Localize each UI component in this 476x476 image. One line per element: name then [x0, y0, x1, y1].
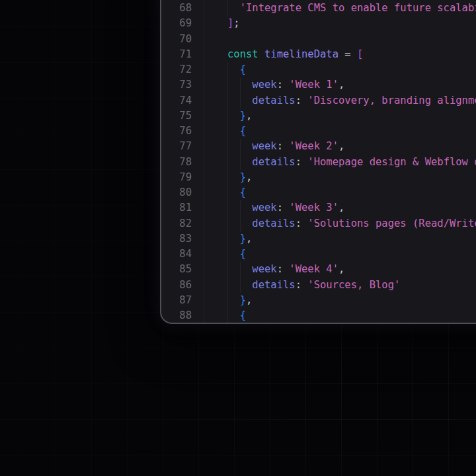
- line-number[interactable]: 84: [161, 247, 192, 262]
- code-line[interactable]: 68 'Integrate CMS to enable future scala…: [161, 1, 476, 16]
- code-line[interactable]: 85 week: 'Week 4',: [161, 262, 476, 277]
- line-number[interactable]: 74: [161, 93, 192, 108]
- line-number[interactable]: 68: [161, 1, 192, 16]
- code-line-text: [192, 32, 476, 47]
- code-token: 'Homepage design & Webflow d: [307, 156, 476, 168]
- code-line[interactable]: 71const timelineData = [: [161, 47, 476, 62]
- line-number[interactable]: 88: [161, 308, 192, 323]
- code-token: {: [240, 125, 246, 137]
- code-token: :: [296, 156, 308, 168]
- code-token: 'Integrate CMS to enable future scalabi: [240, 2, 476, 14]
- code-line[interactable]: 74 details: 'Discovery, branding alignme: [161, 93, 476, 108]
- code-line-text: {: [192, 124, 476, 139]
- indent-guide: [227, 124, 228, 139]
- line-number[interactable]: 82: [161, 216, 192, 231]
- code-line-text: {: [192, 308, 476, 323]
- code-token: [258, 48, 264, 60]
- code-token: :: [296, 279, 308, 291]
- code-line[interactable]: 69];: [161, 16, 476, 31]
- line-number[interactable]: 86: [161, 278, 192, 293]
- code-token: :: [277, 79, 290, 91]
- code-line[interactable]: 79 },: [161, 170, 476, 185]
- line-number[interactable]: 87: [161, 293, 192, 308]
- code-token: ,: [338, 140, 344, 152]
- indent-guide: [227, 155, 228, 170]
- code-token: }: [240, 233, 246, 245]
- code-line-text: week: 'Week 3',: [192, 200, 476, 216]
- code-token: {: [240, 63, 246, 75]
- code-line[interactable]: 82 details: 'Solutions pages (Read/Write: [161, 216, 476, 231]
- code-token: 'Week 4': [289, 263, 338, 275]
- indent-guide: [240, 216, 241, 231]
- line-number[interactable]: 70: [161, 32, 192, 47]
- line-number[interactable]: 78: [161, 155, 192, 170]
- line-number[interactable]: 77: [161, 139, 192, 154]
- code-token: 'Week 1': [289, 79, 338, 91]
- indent-guide: [227, 93, 228, 108]
- code-token: ;: [233, 17, 239, 29]
- code-line[interactable]: 83 },: [161, 231, 476, 247]
- indent-guide: [227, 247, 228, 262]
- code-line[interactable]: 73 week: 'Week 1',: [161, 77, 476, 93]
- code-line-text: {: [192, 185, 476, 200]
- line-number[interactable]: 72: [161, 62, 192, 77]
- code-token: :: [277, 140, 290, 152]
- code-line-text: details: 'Discovery, branding alignme: [192, 93, 476, 108]
- code-token: ,: [338, 263, 344, 275]
- code-token: {: [240, 309, 246, 321]
- indent-guide: [240, 278, 241, 293]
- indent-guide: [227, 185, 228, 200]
- indent-guide: [227, 108, 228, 124]
- code-token: :: [277, 202, 290, 214]
- line-number[interactable]: 73: [161, 77, 192, 93]
- code-token: 'Discovery, branding alignme: [307, 95, 476, 106]
- code-token: [: [357, 48, 363, 60]
- code-line[interactable]: 77 week: 'Week 2',: [161, 139, 476, 154]
- line-number[interactable]: 81: [161, 200, 192, 216]
- code-line[interactable]: 72 {: [161, 62, 476, 77]
- line-number[interactable]: 85: [161, 262, 192, 277]
- code-line[interactable]: 88 {: [161, 308, 476, 323]
- code-line[interactable]: 86 details: 'Sources, Blog': [161, 278, 476, 293]
- code-token: }: [240, 171, 246, 183]
- code-token: :: [277, 263, 290, 275]
- line-number[interactable]: 71: [161, 47, 192, 62]
- code-line[interactable]: 81 week: 'Week 3',: [161, 200, 476, 216]
- indent-guide: [227, 170, 228, 185]
- code-lines: 68 'Integrate CMS to enable future scala…: [161, 1, 476, 323]
- code-token: details: [252, 95, 295, 106]
- code-editor-area[interactable]: 68 'Integrate CMS to enable future scala…: [161, 0, 476, 323]
- code-line[interactable]: 80 {: [161, 185, 476, 200]
- indent-guide: [227, 216, 228, 231]
- code-editor-window: 68 'Integrate CMS to enable future scala…: [160, 0, 476, 324]
- code-token: const: [227, 48, 258, 60]
- line-number[interactable]: 83: [161, 231, 192, 247]
- line-number[interactable]: 79: [161, 170, 192, 185]
- code-line[interactable]: 87 },: [161, 293, 476, 308]
- code-line[interactable]: 84 {: [161, 247, 476, 262]
- indent-guide: [240, 200, 241, 216]
- indent-guide: [227, 293, 228, 308]
- indent-guide: [227, 62, 228, 77]
- code-line[interactable]: 76 {: [161, 124, 476, 139]
- code-line-text: },: [192, 108, 476, 124]
- code-line-text: ];: [192, 16, 476, 31]
- code-token: 'Solutions pages (Read/Write: [307, 218, 476, 229]
- indent-guide: [240, 77, 241, 93]
- code-line[interactable]: 78 details: 'Homepage design & Webflow d: [161, 155, 476, 170]
- code-line[interactable]: 75 },: [161, 108, 476, 124]
- code-line-text: },: [192, 231, 476, 247]
- line-number[interactable]: 76: [161, 124, 192, 139]
- code-token: ,: [246, 294, 252, 306]
- line-number[interactable]: 69: [161, 16, 192, 31]
- code-line[interactable]: 70: [161, 32, 476, 47]
- code-token: {: [240, 248, 246, 260]
- indent-guide: [240, 155, 241, 170]
- code-token: ,: [246, 110, 252, 122]
- code-line-text: week: 'Week 4',: [192, 262, 476, 277]
- code-token: :: [296, 95, 308, 106]
- line-number[interactable]: 80: [161, 185, 192, 200]
- code-line-text: 'Integrate CMS to enable future scalabi: [192, 1, 476, 16]
- line-number[interactable]: 75: [161, 108, 192, 124]
- code-token: details: [252, 218, 295, 229]
